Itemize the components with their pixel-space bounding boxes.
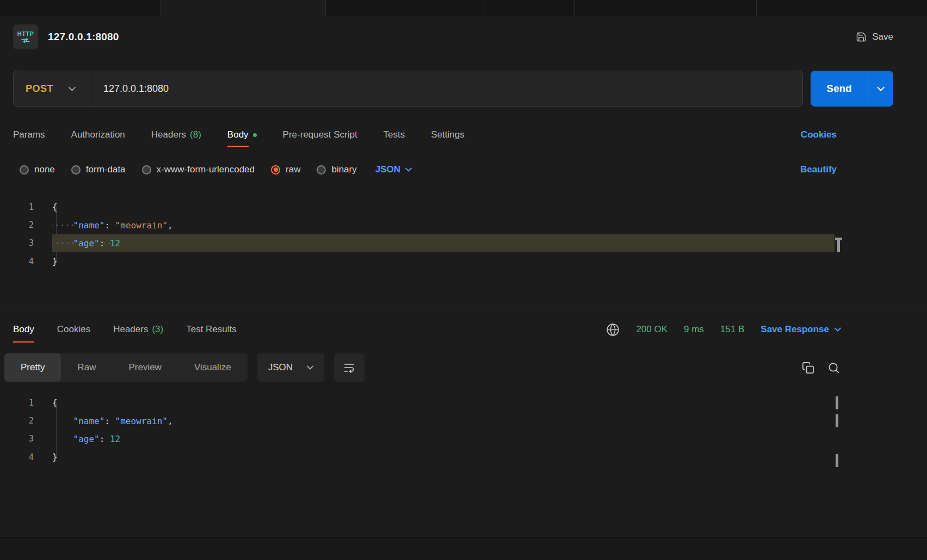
response-actions <box>802 362 840 374</box>
request-header: HTTP 127.0.0.1:8080 Save <box>13 24 893 50</box>
code-line[interactable]: 4} <box>0 448 835 466</box>
response-body-viewer[interactable]: 1{ 2 "name": "meowrain", 3 "age": 12 4} <box>0 394 842 475</box>
code-line[interactable]: 4} <box>0 252 835 270</box>
response-view-toolbar: Pretty Raw Preview Visualize JSON <box>4 353 840 382</box>
tab-body[interactable]: Body <box>227 123 257 147</box>
tab-authorization[interactable]: Authorization <box>71 123 125 147</box>
code-line[interactable]: 1{ <box>0 198 835 216</box>
code-line[interactable]: 2 "name": "meowrain", <box>0 412 835 430</box>
view-raw[interactable]: Raw <box>61 353 112 382</box>
line-number: 1 <box>0 202 52 212</box>
response-tab-bar: Body Cookies Headers(3) Test Results 200… <box>13 316 841 343</box>
line-number: 1 <box>0 398 52 408</box>
http-badge-label: HTTP <box>17 31 34 37</box>
indent-whitespace <box>52 238 73 248</box>
tab-headers[interactable]: Headers(8) <box>151 123 201 147</box>
json-brace: { <box>52 397 58 408</box>
radio-form-data[interactable]: form-data <box>71 164 126 175</box>
copy-icon <box>802 362 814 374</box>
scrollbar-mark <box>836 414 838 427</box>
wrap-lines-button[interactable] <box>334 353 364 382</box>
active-request-tab[interactable] <box>160 0 325 16</box>
json-comma: , <box>168 416 173 426</box>
response-status-cluster: 200 OK 9 ms 151 B Save Response <box>606 323 841 337</box>
send-button-group: Send <box>811 71 893 107</box>
tab-label: Settings <box>431 129 464 140</box>
tab-settings[interactable]: Settings <box>431 123 464 147</box>
radio-icon <box>142 165 151 175</box>
json-comma: , <box>168 220 173 231</box>
radio-binary[interactable]: binary <box>317 164 356 175</box>
body-language-dropdown[interactable]: JSON <box>375 164 412 175</box>
swap-arrows-icon <box>21 38 30 43</box>
view-visualize[interactable]: Visualize <box>178 353 248 382</box>
send-button[interactable]: Send <box>811 71 868 107</box>
scrollbar-mark <box>836 396 838 409</box>
tab-divider <box>756 0 757 16</box>
active-tab-underline <box>227 146 249 147</box>
request-body-editor[interactable]: 1{ 2 "name": "meowrain", 3 "age": 12 4} <box>0 198 842 308</box>
body-type-bar: none form-data x-www-form-urlencoded raw… <box>20 159 837 181</box>
radio-raw[interactable]: raw <box>271 164 300 175</box>
request-tab-strip <box>0 0 927 16</box>
tab-pre-request-script[interactable]: Pre-request Script <box>283 123 357 147</box>
copy-response-button[interactable] <box>802 362 814 374</box>
json-string-value: "meowrain" <box>115 220 168 231</box>
code-line[interactable]: 2 "name": "meowrain", <box>0 216 835 234</box>
url-input[interactable]: 127.0.0.1:8080 <box>89 83 802 95</box>
headers-count: (3) <box>152 324 163 335</box>
chevron-down-icon <box>877 86 885 91</box>
tab-label: Cookies <box>57 324 90 335</box>
response-tab-test-results[interactable]: Test Results <box>186 316 237 343</box>
radio-icon <box>317 165 326 175</box>
json-key: "name" <box>73 416 105 426</box>
save-button[interactable]: Save <box>856 32 893 42</box>
beautify-link[interactable]: Beautify <box>800 164 837 175</box>
json-key: "age" <box>73 238 100 248</box>
radio-label: x-www-form-urlencoded <box>157 164 255 175</box>
indent-whitespace <box>52 434 73 444</box>
tab-label: Body <box>227 129 249 140</box>
whitespace <box>104 238 110 248</box>
send-options-button[interactable] <box>868 71 893 107</box>
json-brace: } <box>52 256 58 266</box>
save-response-button[interactable]: Save Response <box>761 324 841 335</box>
tab-label: Pre-request Script <box>283 129 357 140</box>
response-tab-body[interactable]: Body <box>13 316 34 343</box>
tab-tests[interactable]: Tests <box>384 123 405 147</box>
code-line-highlighted[interactable]: 3 "age": 12 <box>0 234 835 252</box>
scrollbar-mark <box>836 454 838 467</box>
network-info-button[interactable] <box>606 323 620 337</box>
language-label: JSON <box>375 164 400 175</box>
json-number-value: 12 <box>110 238 120 248</box>
radio-x-www-form-urlencoded[interactable]: x-www-form-urlencoded <box>142 164 255 175</box>
response-tab-headers[interactable]: Headers(3) <box>113 316 163 343</box>
method-dropdown[interactable]: POST <box>14 71 89 106</box>
save-button-label: Save <box>872 32 893 42</box>
tab-label: Headers <box>151 129 186 140</box>
http-protocol-icon: HTTP <box>13 24 38 49</box>
response-size: 151 B <box>720 324 744 335</box>
view-preview[interactable]: Preview <box>112 353 177 382</box>
chevron-down-icon <box>835 327 841 332</box>
search-response-button[interactable] <box>827 362 840 374</box>
line-number: 2 <box>0 220 52 230</box>
response-tab-cookies[interactable]: Cookies <box>57 316 90 343</box>
radio-icon <box>20 165 29 175</box>
tab-divider <box>574 0 575 16</box>
code-line[interactable]: 3 "age": 12 <box>0 430 835 448</box>
json-key: "age" <box>73 434 100 444</box>
view-pretty[interactable]: Pretty <box>4 353 61 382</box>
unsaved-changes-dot <box>253 133 257 137</box>
code-line[interactable]: 1{ <box>0 394 835 412</box>
response-language-dropdown[interactable]: JSON <box>257 353 324 382</box>
chevron-down-icon <box>307 365 313 370</box>
radio-none[interactable]: none <box>20 164 55 175</box>
wrap-text-icon <box>343 362 355 374</box>
language-label: JSON <box>268 362 293 373</box>
tab-params[interactable]: Params <box>13 123 45 147</box>
json-colon: : <box>104 220 110 231</box>
whitespace <box>110 220 115 231</box>
cookies-link[interactable]: Cookies <box>801 129 837 140</box>
tab-divider <box>325 0 326 16</box>
